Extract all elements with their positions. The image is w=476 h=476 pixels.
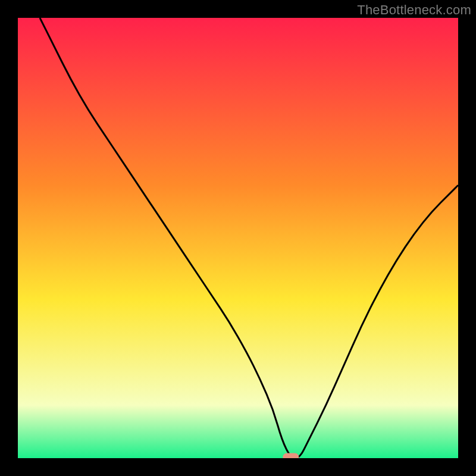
bottleneck-chart — [18, 18, 458, 458]
watermark-text: TheBottleneck.com — [357, 2, 471, 18]
chart-frame: TheBottleneck.com — [0, 0, 476, 476]
chart-svg — [18, 18, 458, 458]
gradient-background — [18, 18, 458, 458]
optimal-marker — [283, 453, 299, 458]
